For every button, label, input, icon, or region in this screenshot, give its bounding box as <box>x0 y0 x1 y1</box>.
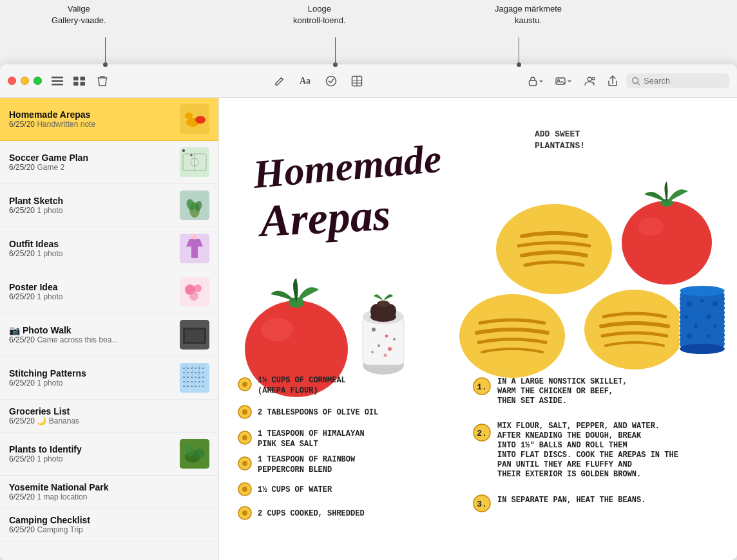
share-callout: Jagage märkmete kaustu. <box>495 3 562 26</box>
note-meta: 6/25/20 Game 2 <box>9 163 173 172</box>
collaborate-button[interactable] <box>580 71 599 91</box>
svg-point-13 <box>592 77 595 80</box>
note-meta: 6/25/20 1 photo <box>9 378 173 387</box>
svg-point-93 <box>242 382 247 387</box>
svg-point-89 <box>680 344 725 354</box>
svg-point-17 <box>195 116 206 124</box>
note-title: Outfit Ideas <box>9 239 173 249</box>
svg-point-84 <box>694 324 698 328</box>
svg-point-83 <box>706 314 711 319</box>
delete-button[interactable] <box>93 72 111 90</box>
gallery-view-button[interactable] <box>70 72 88 90</box>
note-item-photo-walk[interactable]: 📷 Photo Walk 6/25/20 Came across this be… <box>0 313 218 357</box>
note-meta: 6/25/20 Handwritten note <box>9 120 173 129</box>
svg-text:THEIR EXTERIOR IS GOLDEN BROWN: THEIR EXTERIOR IS GOLDEN BROWN. <box>497 470 641 479</box>
svg-point-65 <box>388 347 392 351</box>
svg-rect-9 <box>530 80 537 86</box>
svg-point-74 <box>638 218 664 236</box>
note-thumbnail <box>180 439 209 469</box>
svg-text:INTO FLAT DISCS. COOK THE AREP: INTO FLAT DISCS. COOK THE AREPAS IN THE <box>497 451 678 460</box>
note-item-plants-to-identify[interactable]: Plants to Identify 6/25/20 1 photo <box>0 433 218 476</box>
svg-text:2 TABLESPOONS OF OLIVE OIL: 2 TABLESPOONS OF OLIVE OIL <box>258 408 378 417</box>
note-meta: 6/25/20 1 photo <box>9 249 173 258</box>
svg-point-81 <box>713 301 718 306</box>
note-title: Soccer Game Plan <box>9 153 173 163</box>
svg-rect-6 <box>81 82 86 86</box>
note-item-stitching-patterns[interactable]: Stitching Patterns 6/25/20 1 photo <box>0 357 218 400</box>
content-area: Homemade Arepas 6/25/20 Handwritten note <box>0 98 737 560</box>
compose-button[interactable] <box>270 71 289 91</box>
format-button[interactable]: Aa <box>296 71 315 91</box>
note-item-yosemite[interactable]: Yosemite National Park 6/25/20 1 map loc… <box>0 476 218 509</box>
svg-point-12 <box>588 77 591 81</box>
note-item-poster-idea[interactable]: Poster Idea 6/25/20 1 photo <box>0 270 218 313</box>
note-thumbnail <box>180 363 209 393</box>
note-title: Plant Sketch <box>9 196 173 206</box>
svg-point-86 <box>687 333 692 339</box>
svg-point-33 <box>194 285 202 292</box>
svg-text:THEN SET ASIDE.: THEN SET ASIDE. <box>497 397 567 406</box>
svg-point-76 <box>459 294 565 378</box>
share-button[interactable] <box>603 71 622 91</box>
checklist-callout: Looge kontroll-loend. <box>293 3 346 26</box>
note-item-homemade-arepas[interactable]: Homemade Arepas 6/25/20 Handwritten note <box>0 98 218 141</box>
sidebar: Homemade Arepas 6/25/20 Handwritten note <box>0 98 219 560</box>
svg-point-82 <box>684 315 688 319</box>
note-thumbnail <box>180 320 209 350</box>
svg-point-68 <box>393 338 396 341</box>
svg-point-62 <box>372 328 376 331</box>
checklist-button[interactable] <box>321 71 341 91</box>
svg-text:PINK SEA SALT: PINK SEA SALT <box>258 440 318 449</box>
svg-text:1 TEASPOON OF RAINBOW: 1 TEASPOON OF RAINBOW <box>258 455 356 464</box>
svg-text:AFTER KNEADING THE DOUGH, BREA: AFTER KNEADING THE DOUGH, BREAK <box>497 431 642 440</box>
svg-point-111 <box>242 510 247 516</box>
svg-text:Arepas: Arepas <box>256 190 392 247</box>
list-view-button[interactable] <box>48 72 66 90</box>
note-item-groceries-list[interactable]: Groceries List 6/25/20 🌙 Bananas <box>0 400 218 433</box>
search-icon <box>631 77 640 86</box>
app-window: Aa <box>0 64 737 560</box>
svg-point-108 <box>242 487 247 492</box>
note-meta: 6/25/20 1 photo <box>9 454 173 463</box>
note-title: Homemade Arepas <box>9 109 173 120</box>
svg-point-88 <box>680 286 725 296</box>
svg-text:WARM THE CHICKEN OR BEEF,: WARM THE CHICKEN OR BEEF, <box>497 387 613 396</box>
traffic-lights <box>8 77 42 85</box>
svg-rect-5 <box>73 82 79 86</box>
svg-rect-37 <box>185 330 204 342</box>
svg-point-71 <box>377 301 390 307</box>
note-item-soccer-game-plan[interactable]: Soccer Game Plan 6/25/20 Game 2 <box>0 141 218 184</box>
lock-button[interactable] <box>524 74 548 88</box>
note-title: Yosemite National Park <box>9 482 209 492</box>
search-input[interactable] <box>644 76 721 86</box>
toolbar-center: Aa <box>249 71 387 91</box>
svg-rect-0 <box>52 77 63 79</box>
minimize-button[interactable] <box>21 77 29 85</box>
svg-text:3.: 3. <box>477 499 487 509</box>
svg-text:IN A LARGE NONSTICK SKILLET,: IN A LARGE NONSTICK SKILLET, <box>497 377 627 386</box>
note-info: Homemade Arepas 6/25/20 Handwritten note <box>9 109 173 129</box>
note-title: Poster Idea <box>9 282 173 292</box>
search-box[interactable] <box>626 73 729 88</box>
svg-point-67 <box>384 354 387 357</box>
maximize-button[interactable] <box>34 77 42 85</box>
note-title: 📷 Photo Walk <box>9 325 173 335</box>
svg-point-85 <box>713 324 717 328</box>
share-callout-line <box>519 37 519 64</box>
close-button[interactable] <box>8 77 16 85</box>
svg-text:1½ CUPS OF WATER: 1½ CUPS OF WATER <box>258 485 332 494</box>
svg-point-77 <box>584 290 685 369</box>
table-button[interactable] <box>347 71 367 91</box>
media-button[interactable] <box>551 75 576 88</box>
toolbar-right <box>524 71 729 91</box>
svg-text:INTO 1½" BALLS AND ROLL THEM: INTO 1½" BALLS AND ROLL THEM <box>497 441 627 450</box>
note-item-camping-checklist[interactable]: Camping Checklist 6/25/20 Camping Trip <box>0 509 218 541</box>
note-item-outfit-ideas[interactable]: Outfit Ideas 6/25/20 1 photo <box>0 227 218 270</box>
note-title: Stitching Patterns <box>9 368 173 378</box>
svg-text:1½ CUPS OF CORNMEAL: 1½ CUPS OF CORNMEAL <box>258 376 346 385</box>
svg-point-63 <box>385 335 388 338</box>
note-meta: 6/25/20 1 photo <box>9 206 173 215</box>
note-item-plant-sketch[interactable]: Plant Sketch 6/25/20 1 photo <box>0 184 218 227</box>
svg-rect-1 <box>52 80 63 82</box>
svg-point-7 <box>326 76 336 86</box>
